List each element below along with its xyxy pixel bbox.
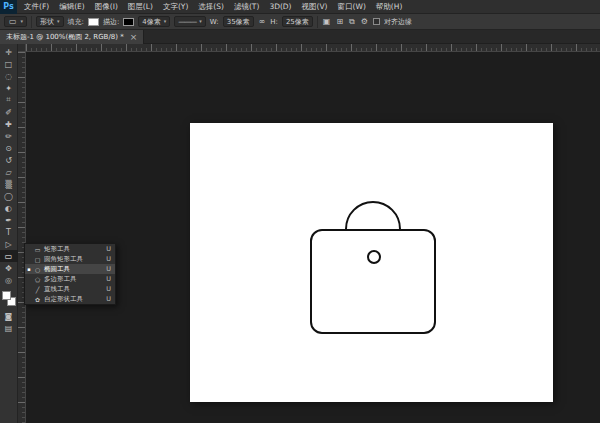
menu-item-label: 矩形工具 — [44, 245, 103, 254]
dodge-tool[interactable]: ◐ — [0, 202, 18, 214]
photoshop-logo: Ps — [0, 0, 17, 14]
history-brush-tool[interactable]: ↺ — [0, 154, 18, 166]
menu-item-rectangle-tool[interactable]: ▭ 矩形工具 U — [25, 244, 115, 254]
shape-preset-icon: ▭ — [8, 17, 18, 26]
color-swatches — [0, 290, 18, 310]
fill-label: 填充: — [68, 17, 84, 27]
rectangle-tool-icon: ▭ — [34, 246, 41, 253]
document-canvas[interactable] — [190, 123, 553, 402]
blur-tool[interactable]: ◯ — [0, 190, 18, 202]
menu-item-polygon-tool[interactable]: ⬠ 多边形工具 U — [25, 274, 115, 284]
eraser-tool[interactable]: ▱ — [0, 166, 18, 178]
chevron-down-icon: ▾ — [21, 19, 24, 24]
screen-mode-button[interactable]: ▤ — [0, 322, 18, 334]
close-icon[interactable]: × — [130, 33, 138, 42]
foreground-color-swatch[interactable] — [2, 291, 11, 300]
height-label: H: — [270, 18, 278, 26]
chevron-down-icon: ▾ — [199, 19, 202, 24]
fill-swatch[interactable] — [88, 18, 99, 26]
path-selection-tool[interactable]: ▷ — [0, 238, 18, 250]
photoshop-window: Ps 文件(F) 编辑(E) 图像(I) 图层(L) 文字(Y) 选择(S) 滤… — [0, 0, 600, 423]
gradient-tool[interactable]: ▒ — [0, 178, 18, 190]
gear-icon[interactable]: ⚙ — [360, 17, 369, 26]
document-tab[interactable]: 未标题-1 @ 100%(椭圆 2, RGB/8) * × — [0, 30, 144, 44]
document-tab-title: 未标题-1 @ 100%(椭圆 2, RGB/8) * — [6, 32, 124, 42]
selected-tool-marker: ▪ — [27, 266, 31, 272]
width-input[interactable]: 35像素 — [223, 16, 254, 27]
menu-file[interactable]: 文件(F) — [19, 0, 54, 14]
shape-tools-flyout-menu: ▭ 矩形工具 U ▢ 圆角矩形工具 U ▪ ○ 椭圆工具 U ⬠ 多边形工具 U… — [24, 243, 116, 305]
menu-filter[interactable]: 滤镜(T) — [229, 0, 264, 14]
stroke-type-dropdown[interactable]: ——— ▾ — [174, 16, 206, 27]
stroke-label: 描边: — [103, 17, 119, 27]
path-operations-icon[interactable]: ▣ — [322, 17, 332, 26]
pen-tool[interactable]: ✒ — [0, 214, 18, 226]
link-dimensions-icon[interactable]: ∞ — [258, 17, 267, 26]
marquee-tool[interactable]: □ — [0, 58, 18, 70]
menu-select[interactable]: 选择(S) — [193, 0, 229, 14]
zoom-tool[interactable]: ◎ — [0, 274, 18, 286]
bag-body-rounded-rectangle-shape — [310, 229, 436, 334]
vertical-ruler[interactable] — [18, 52, 26, 423]
menu-item-custom-shape-tool[interactable]: ✿ 自定形状工具 U — [25, 294, 115, 304]
menu-item-label: 椭圆工具 — [44, 265, 103, 274]
move-tool[interactable]: ✛ — [0, 46, 18, 58]
menu-item-label: 多边形工具 — [44, 275, 103, 284]
horizontal-ruler[interactable] — [26, 44, 600, 52]
menu-window[interactable]: 窗口(W) — [333, 0, 371, 14]
menu-item-shortcut: U — [106, 275, 111, 283]
tool-mode-dropdown[interactable]: 形状 ▾ — [36, 16, 64, 27]
tool-mode-value: 形状 — [40, 17, 54, 27]
line-style-icon: ——— — [178, 18, 196, 26]
width-value: 35像素 — [227, 17, 250, 27]
type-tool[interactable]: T — [0, 226, 18, 238]
line-tool-icon: ╱ — [34, 286, 41, 293]
menu-3d[interactable]: 3D(D) — [264, 0, 296, 14]
shape-tool[interactable]: ▭ — [0, 250, 18, 262]
divider — [317, 16, 318, 28]
menu-type[interactable]: 文字(Y) — [158, 0, 193, 14]
menu-item-line-tool[interactable]: ╱ 直线工具 U — [25, 284, 115, 294]
tool-options-bar: ▭ ▾ 形状 ▾ 填充: 描边: 4像素 ▾ ——— ▾ W: 35像素 ∞ H… — [0, 14, 600, 30]
tool-preset-picker[interactable]: ▭ ▾ — [4, 16, 27, 27]
quick-selection-tool[interactable]: ✦ — [0, 82, 18, 94]
height-input[interactable]: 25像素 — [282, 16, 313, 27]
eyedropper-tool[interactable]: ✐ — [0, 106, 18, 118]
stroke-width-dropdown[interactable]: 4像素 ▾ — [138, 16, 170, 27]
menu-item-label: 圆角矩形工具 — [44, 255, 103, 264]
menu-help[interactable]: 帮助(H) — [371, 0, 408, 14]
brush-tool[interactable]: ✏ — [0, 130, 18, 142]
rounded-rectangle-tool-icon: ▢ — [34, 256, 41, 263]
document-tab-bar: 未标题-1 @ 100%(椭圆 2, RGB/8) * × — [0, 30, 600, 44]
height-value: 25像素 — [286, 17, 309, 27]
menu-item-ellipse-tool[interactable]: ▪ ○ 椭圆工具 U — [25, 264, 115, 274]
quick-mask-button[interactable]: ◙ — [0, 310, 18, 322]
menu-item-shortcut: U — [106, 295, 111, 303]
menu-view[interactable]: 视图(V) — [297, 0, 333, 14]
ellipse-tool-icon: ○ — [34, 266, 41, 273]
path-alignment-icon[interactable]: ⊞ — [335, 17, 344, 26]
healing-brush-tool[interactable]: ✚ — [0, 118, 18, 130]
width-label: W: — [210, 18, 219, 26]
menu-item-label: 自定形状工具 — [44, 295, 103, 304]
path-arrangement-icon[interactable]: ⧉ — [348, 17, 356, 27]
menu-item-shortcut: U — [106, 255, 111, 263]
custom-shape-tool-icon: ✿ — [34, 296, 41, 303]
hand-tool[interactable]: ✥ — [0, 262, 18, 274]
menu-item-label: 直线工具 — [44, 285, 103, 294]
menu-item-rounded-rectangle-tool[interactable]: ▢ 圆角矩形工具 U — [25, 254, 115, 264]
crop-tool[interactable]: ⌗ — [0, 94, 18, 106]
stroke-width-value: 4像素 — [142, 17, 160, 27]
menu-layer[interactable]: 图层(L) — [123, 0, 158, 14]
tools-panel: ✛ □ ◌ ✦ ⌗ ✐ ✚ ✏ ⊙ ↺ ▱ ▒ ◯ ◐ ✒ T ▷ ▭ ✥ ◎ … — [0, 44, 18, 423]
align-edges-checkbox[interactable] — [373, 18, 380, 25]
lasso-tool[interactable]: ◌ — [0, 70, 18, 82]
ruler-origin-corner[interactable] — [18, 44, 26, 52]
menu-item-shortcut: U — [106, 245, 111, 253]
canvas-pasteboard — [26, 52, 600, 423]
clone-stamp-tool[interactable]: ⊙ — [0, 142, 18, 154]
menu-image[interactable]: 图像(I) — [90, 0, 123, 14]
stroke-swatch[interactable] — [123, 18, 134, 26]
chevron-down-icon: ▾ — [57, 19, 60, 24]
menu-edit[interactable]: 编辑(E) — [54, 0, 90, 14]
